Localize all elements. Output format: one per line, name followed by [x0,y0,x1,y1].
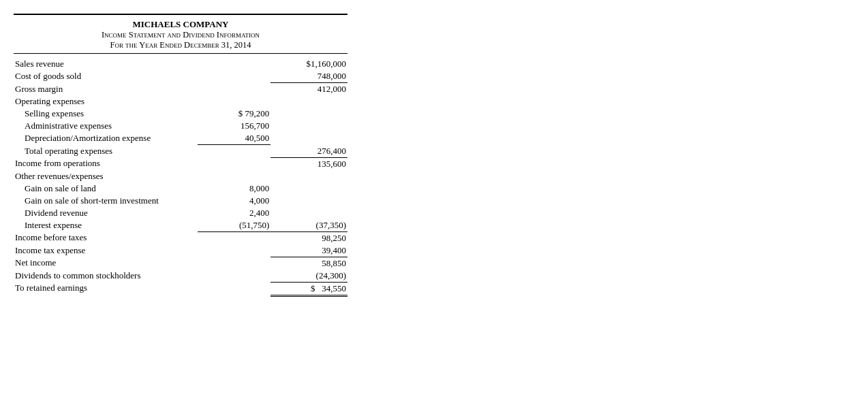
interest-expense-value: (51,750) [198,219,271,232]
total-operating-value: 276,400 [270,145,347,158]
income-before-taxes-value: 98,250 [270,231,347,244]
gross-margin-label: Gross margin [14,83,198,96]
income-tax-row: Income tax expense 39,400 [14,244,347,257]
cogs-value: 748,000 [270,70,347,83]
income-before-taxes-label: Income before taxes [14,231,198,244]
income-from-ops-value: 135,600 [270,157,347,170]
admin-label: Administrative expenses [14,120,198,132]
other-revenues-label: Other revenues/expenses [14,170,198,182]
sales-revenue-mid [198,58,271,70]
net-other-value: (37,350) [270,219,347,232]
dividends-label: Dividends to common stockholders [14,270,198,283]
selling-value: $ 79,200 [198,108,271,120]
selling-expenses-row: Selling expenses $ 79,200 [14,108,347,120]
dividends-row: Dividends to common stockholders (24,300… [14,270,347,283]
sales-revenue-row: Sales revenue $1,160,000 [14,58,347,70]
retained-earnings-row: To retained earnings $ 34,550 [14,282,347,295]
retained-value: $ 34,550 [270,282,347,295]
gain-land-row: Gain on sale of land 8,000 [14,182,347,195]
dividend-revenue-row: Dividend revenue 2,400 [14,207,347,219]
interest-expense-row: Interest expense (51,750) (37,350) [14,219,347,232]
gain-short-term-label: Gain on sale of short-term investment [14,195,198,207]
total-operating-label: Total operating expenses [14,145,198,158]
income-tax-value: 39,400 [270,244,347,257]
sales-revenue-value: $1,160,000 [270,58,347,70]
operating-expenses-header-row: Operating expenses [14,95,347,108]
selling-label: Selling expenses [14,108,198,120]
statement-header: MICHAELS COMPANY Income Statement and Di… [14,15,347,54]
income-from-ops-label: Income from operations [14,157,198,170]
gain-land-value: 8,000 [198,182,271,195]
income-tax-label: Income tax expense [14,244,198,257]
net-income-row: Net income 58,850 [14,257,347,270]
admin-expenses-row: Administrative expenses 156,700 [14,120,347,132]
gross-margin-row: Gross margin 412,000 [14,83,347,96]
retained-label: To retained earnings [14,282,198,295]
gross-margin-mid [198,83,271,96]
net-income-value: 58,850 [270,257,347,270]
statement-title: Income Statement and Dividend Informatio… [14,30,347,40]
admin-value: 156,700 [198,120,271,132]
cogs-mid [198,70,271,83]
depreciation-row: Depreciation/Amortization expense 40,500 [14,132,347,145]
gross-margin-value: 412,000 [270,83,347,96]
dividend-revenue-value: 2,400 [198,207,271,219]
gain-short-term-row: Gain on sale of short-term investment 4,… [14,195,347,207]
income-from-ops-row: Income from operations 135,600 [14,157,347,170]
page: MICHAELS COMPANY Income Statement and Di… [0,0,868,401]
sales-revenue-label: Sales revenue [14,58,198,70]
retained-amount: 34,550 [322,283,346,293]
operating-expenses-label: Operating expenses [14,95,198,108]
other-revenues-header-row: Other revenues/expenses [14,170,347,182]
dividends-value: (24,300) [270,270,347,283]
cogs-row: Cost of goods sold 748,000 [14,70,347,83]
retained-dollar: $ [311,283,315,293]
gain-land-label: Gain on sale of land [14,182,198,195]
income-statement-table: Sales revenue $1,160,000 Cost of goods s… [14,58,347,297]
depreciation-label: Depreciation/Amortization expense [14,132,198,145]
net-income-label: Net income [14,257,198,270]
depreciation-value: 40,500 [198,132,271,145]
dividend-revenue-label: Dividend revenue [14,207,198,219]
total-operating-row: Total operating expenses 276,400 [14,145,347,158]
gain-short-term-value: 4,000 [198,195,271,207]
company-name: MICHAELS COMPANY [14,19,347,30]
cogs-label: Cost of goods sold [14,70,198,83]
financial-statement: MICHAELS COMPANY Income Statement and Di… [14,14,347,297]
income-before-taxes-row: Income before taxes 98,250 [14,231,347,244]
interest-expense-label: Interest expense [14,219,198,232]
statement-subtitle: For the Year Ended December 31, 2014 [14,40,347,50]
